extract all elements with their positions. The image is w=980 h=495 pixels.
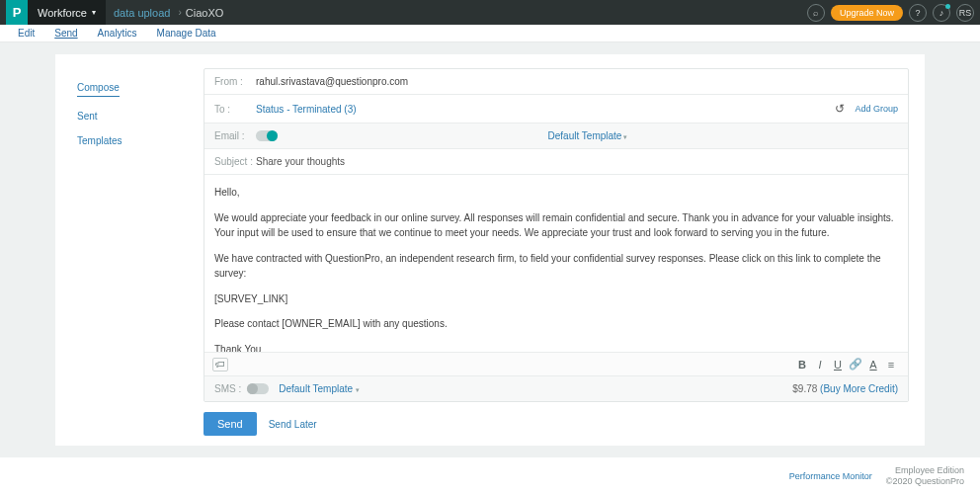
email-body[interactable]: Hello, We would appreciate your feedback… [204, 175, 908, 352]
rich-text-toolbar: 🏷 B I U 🔗 A ≡ [204, 352, 908, 375]
compose-area: From : rahul.srivastava@questionpro.com … [204, 54, 925, 446]
topbar-actions: ⌕ Upgrade Now ? ♪ RS [807, 4, 974, 22]
sms-template-label: Default Template [279, 383, 353, 394]
email-template-row: Email : Default Template▾ [204, 124, 908, 149]
panel: Compose Sent Templates From : rahul.sriv… [55, 54, 925, 446]
edition-text: Employee Edition [895, 465, 964, 475]
side-templates[interactable]: Templates [77, 135, 204, 146]
side-sent[interactable]: Sent [77, 111, 204, 122]
page: Compose Sent Templates From : rahul.sriv… [0, 42, 980, 457]
color-glyph: A [869, 359, 876, 371]
body-signoff: Thank You [214, 342, 898, 353]
search-icon[interactable]: ⌕ [807, 4, 825, 22]
to-label: To : [214, 104, 256, 115]
sms-template-dropdown[interactable]: Default Template ▾ [279, 383, 360, 394]
copyright: ©2020 QuestionPro [886, 476, 964, 486]
send-later-link[interactable]: Send Later [269, 419, 317, 430]
email-template-dropdown[interactable]: Default Template▾ [278, 130, 898, 141]
send-button[interactable]: Send [204, 412, 257, 436]
from-value: rahul.srivastava@questionpro.com [256, 76, 408, 87]
chevron-down-icon: ▾ [356, 386, 360, 393]
side-compose[interactable]: Compose [77, 82, 120, 97]
product-switcher[interactable]: Workforce ▾ [28, 0, 106, 25]
toggle-knob [247, 383, 258, 394]
product-name: Workforce [38, 7, 87, 19]
from-label: From : [214, 76, 256, 87]
body-p1: We would appreciate your feedback in our… [214, 210, 898, 241]
email-label: Email : [214, 130, 256, 141]
sms-row: SMS : Default Template ▾ $9.78 (Buy More… [204, 375, 908, 401]
tag-icon[interactable]: 🏷 [212, 358, 228, 371]
subnav-send[interactable]: Send [44, 28, 87, 39]
from-row: From : rahul.srivastava@questionpro.com [204, 69, 908, 95]
sms-label: SMS : [214, 383, 241, 394]
credit-amount: $9.78 [792, 383, 817, 394]
side-nav: Compose Sent Templates [55, 54, 204, 446]
topbar: P Workforce ▾ data upload › CiaoXO ⌕ Upg… [0, 0, 980, 25]
send-actions: Send Send Later [204, 402, 909, 436]
logo[interactable]: P [6, 0, 28, 25]
subnav-analytics[interactable]: Analytics [88, 28, 147, 39]
bold-button[interactable]: B [793, 359, 811, 371]
more-button[interactable]: ≡ [882, 359, 900, 371]
subnav-edit[interactable]: Edit [8, 28, 44, 39]
chevron-down-icon: ▾ [623, 133, 627, 140]
avatar[interactable]: RS [956, 4, 974, 22]
subnav: Edit Send Analytics Manage Data [0, 25, 980, 42]
upgrade-button[interactable]: Upgrade Now [831, 5, 903, 21]
chevron-down-icon: ▾ [92, 8, 96, 17]
to-value[interactable]: Status - Terminated (3) [256, 104, 357, 115]
body-survey-link: [SURVEY_LINK] [214, 291, 898, 307]
email-template-label: Default Template [548, 130, 622, 141]
bell-glyph: ♪ [939, 8, 944, 18]
footer-edition: Employee Edition ©2020 QuestionPro [886, 465, 964, 487]
add-group-link[interactable]: Add Group [855, 104, 898, 114]
notifications-icon[interactable]: ♪ [933, 4, 950, 22]
underline-button[interactable]: U [829, 359, 847, 371]
email-toggle[interactable] [256, 130, 278, 141]
body-p2: We have contracted with QuestionPro, an … [214, 251, 898, 282]
link-button[interactable]: 🔗 [847, 358, 864, 371]
subject-row: Subject : Share your thoughts [204, 149, 908, 175]
sms-credit: $9.78 (Buy More Credit) [792, 383, 898, 394]
to-row: To : Status - Terminated (3) ↺ Add Group [204, 95, 908, 124]
breadcrumb-parent[interactable]: data upload [106, 7, 179, 19]
sms-toggle[interactable] [247, 383, 269, 394]
subject-label: Subject : [214, 156, 256, 167]
body-p3: Please contact [OWNER_EMAIL] with any qu… [214, 316, 898, 332]
toggle-knob [267, 130, 278, 141]
footer: Performance Monitor Employee Edition ©20… [0, 457, 980, 495]
performance-monitor-link[interactable]: Performance Monitor [789, 471, 872, 481]
buy-more-credit-link[interactable]: (Buy More Credit) [820, 383, 898, 394]
text-color-button[interactable]: A [864, 359, 882, 371]
subnav-manage-data[interactable]: Manage Data [147, 28, 226, 39]
email-card: From : rahul.srivastava@questionpro.com … [204, 68, 909, 402]
body-greeting: Hello, [214, 185, 898, 201]
reset-icon[interactable]: ↺ [835, 102, 845, 116]
notification-dot [945, 4, 950, 9]
italic-button[interactable]: I [811, 359, 829, 371]
subject-input[interactable]: Share your thoughts [256, 156, 345, 167]
breadcrumb-current: CiaoXO [182, 7, 224, 19]
help-icon[interactable]: ? [909, 4, 927, 22]
